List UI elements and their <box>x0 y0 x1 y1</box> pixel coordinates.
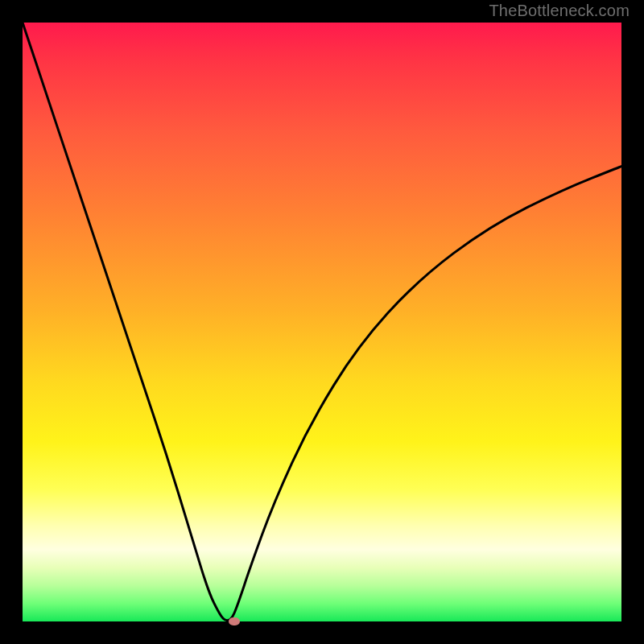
minimum-marker <box>229 617 240 625</box>
watermark-text: TheBottleneck.com <box>489 2 630 20</box>
bottleneck-curve <box>23 23 621 621</box>
plot-area <box>23 23 621 621</box>
chart-frame: TheBottleneck.com <box>0 0 644 644</box>
curve-path <box>23 23 621 621</box>
